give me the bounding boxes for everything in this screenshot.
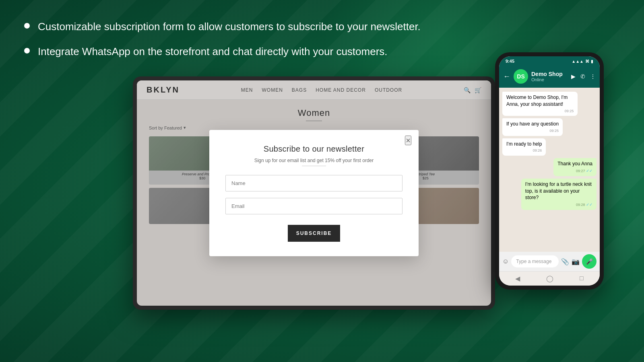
bullet-dot-1 — [24, 23, 30, 29]
more-options-icon[interactable]: ⋮ — [590, 73, 596, 80]
msg-text-4: Thank you Anna — [557, 160, 592, 167]
msg-text-3: I'm ready to help — [506, 141, 542, 148]
feature-item-1: Customizable subscription form to allow … — [24, 20, 620, 34]
nav-home-icon[interactable]: ◯ — [546, 275, 553, 282]
msg-text-5: I'm looking for a turtle neck knit top, … — [525, 181, 592, 201]
status-time: 9:45 — [506, 59, 514, 64]
modal-divider — [302, 166, 326, 166]
chat-message-3: I'm ready to help 09:26 — [502, 138, 546, 156]
chat-message-1: Welcome to Demo Shop, I'm Anna, your sho… — [502, 92, 578, 116]
chat-message-5: I'm looking for a turtle neck knit top, … — [521, 179, 597, 210]
tablet-mockup: BKLYN MEN WOMEN BAGS HOME AND DECOR OUTD… — [133, 76, 495, 310]
avatar-initials: DS — [517, 73, 524, 80]
phone-mockup: 9:45 ▲▲▲ ⌘ ▮ ← DS Demo Shop Online ▶ ✆ ⋮ — [495, 52, 604, 290]
msg-time-4: 09:27 ✓✓ — [557, 168, 592, 174]
contact-name: Demo Shop — [531, 71, 568, 77]
email-input[interactable] — [225, 198, 402, 214]
msg-time-2: 09:25 — [506, 128, 559, 134]
chat-message-4: Thank you Anna 09:27 ✓✓ — [553, 158, 597, 176]
msg-text-2: If you have any question — [506, 121, 559, 128]
contact-info: Demo Shop Online — [531, 71, 568, 82]
nav-recent-icon[interactable]: □ — [580, 275, 584, 282]
attachment-icon[interactable]: 📎 — [561, 258, 569, 265]
check-marks-4: ✓✓ — [586, 169, 592, 173]
nav-back-icon[interactable]: ◀ — [515, 275, 520, 282]
modal-title: Subscribe to our newsletter — [225, 144, 402, 154]
chat-message-2: If you have any question 09:25 — [502, 118, 563, 136]
signal-icon: ▲▲▲ — [572, 59, 584, 64]
camera-icon[interactable]: 📷 — [572, 258, 580, 265]
back-icon[interactable]: ← — [503, 72, 510, 81]
msg-time-1: 09:25 — [506, 109, 574, 114]
msg-time-3: 09:26 — [506, 148, 542, 153]
video-call-icon[interactable]: ▶ — [571, 73, 576, 80]
message-input[interactable]: Type a message — [511, 255, 559, 267]
battery-icon: ▮ — [591, 59, 593, 64]
chat-body: Welcome to Demo Shop, I'm Anna, your sho… — [499, 88, 600, 252]
wifi-icon: ⌘ — [585, 59, 589, 64]
phone-screen: 9:45 ▲▲▲ ⌘ ▮ ← DS Demo Shop Online ▶ ✆ ⋮ — [499, 56, 600, 286]
whatsapp-header: ← DS Demo Shop Online ▶ ✆ ⋮ — [499, 66, 600, 88]
voice-call-icon[interactable]: ✆ — [580, 73, 585, 80]
name-input[interactable] — [225, 175, 402, 191]
contact-status: Online — [531, 77, 568, 82]
mic-button[interactable]: 🎤 — [582, 254, 597, 269]
msg-text-1: Welcome to Demo Shop, I'm Anna, your sho… — [506, 94, 574, 108]
modal-subtitle: Sign up for our email list and get 15% o… — [225, 158, 402, 163]
chat-input-bar: ☺ Type a message 📎 📷 🎤 — [499, 252, 600, 271]
message-placeholder: Type a message — [516, 259, 551, 264]
mic-icon: 🎤 — [586, 258, 593, 265]
msg-time-5: 09:28 ✓✓ — [525, 202, 592, 208]
modal-close-button[interactable]: × — [405, 136, 411, 145]
modal-overlay: × Subscribe to our newsletter Sign up fo… — [137, 80, 491, 306]
phone-bottom-nav: ◀ ◯ □ — [499, 271, 600, 286]
check-marks-5: ✓✓ — [586, 202, 592, 207]
status-icons: ▲▲▲ ⌘ ▮ — [572, 59, 593, 64]
tablet-screen: BKLYN MEN WOMEN BAGS HOME AND DECOR OUTD… — [137, 80, 491, 306]
bullet-dot-2 — [24, 48, 30, 53]
phone-status-bar: 9:45 ▲▲▲ ⌘ ▮ — [499, 56, 600, 66]
wa-header-icons: ▶ ✆ ⋮ — [571, 73, 596, 80]
subscribe-button[interactable]: SUBSCRIBE — [288, 225, 340, 242]
subscription-modal: × Subscribe to our newsletter Sign up fo… — [209, 130, 419, 256]
contact-avatar: DS — [514, 69, 528, 84]
emoji-icon[interactable]: ☺ — [502, 258, 509, 265]
